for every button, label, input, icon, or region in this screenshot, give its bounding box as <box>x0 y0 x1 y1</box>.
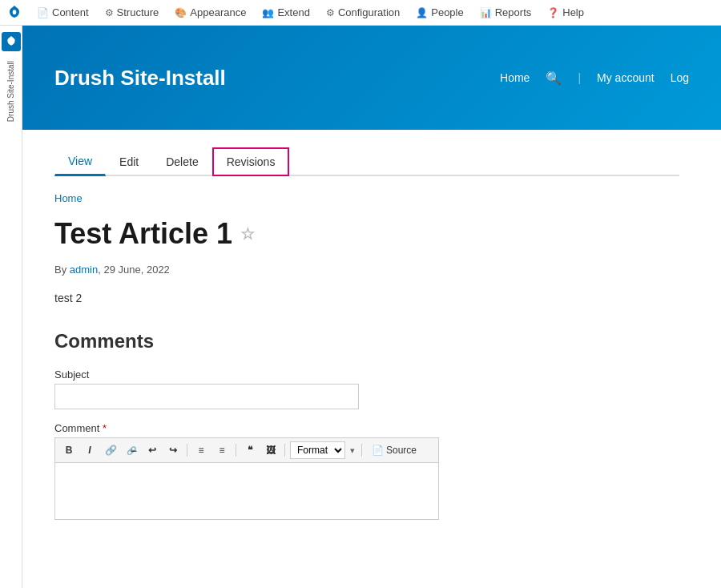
nav-log[interactable]: Log <box>671 71 689 84</box>
rte-source-btn[interactable]: 📄 Source <box>367 443 421 457</box>
side-rail-icon[interactable] <box>2 32 21 51</box>
people-icon: 👤 <box>416 7 428 18</box>
reports-icon: 📊 <box>480 7 492 18</box>
search-icon[interactable]: 🔍 <box>546 70 562 86</box>
content-area: View Edit Delete Revisions Home Test Art… <box>22 130 711 549</box>
toolbar-people[interactable]: 👤 People <box>408 0 471 26</box>
svg-point-0 <box>13 10 17 14</box>
rte-sep-4 <box>361 444 362 457</box>
rte-blockquote[interactable]: ❝ <box>241 441 259 459</box>
article-meta: By admin, 29 June, 2022 <box>54 264 679 276</box>
breadcrumb-home[interactable]: Home <box>54 192 83 204</box>
star-icon[interactable]: ☆ <box>240 224 255 244</box>
subject-field-group: Subject <box>54 369 679 409</box>
comments-section: Comments Subject Comment * B I 🔗 🔗̶ ↩ <box>54 330 679 520</box>
tab-edit[interactable]: Edit <box>106 147 152 176</box>
rte-container: B I 🔗 🔗̶ ↩ ↪ ≡ ≡ ❝ 🖼 Fo <box>54 437 439 520</box>
extend-icon: 👥 <box>262 7 274 18</box>
side-rail-site-name[interactable]: Drush Site-Install <box>6 61 15 122</box>
nav-home[interactable]: Home <box>500 71 530 84</box>
author-link[interactable]: admin <box>70 264 98 276</box>
site-name: Drush Site-Install <box>54 66 226 91</box>
tab-delete[interactable]: Delete <box>152 147 211 176</box>
nav-separator: | <box>578 71 581 84</box>
toolbar-appearance[interactable]: 🎨 Appearance <box>167 0 254 26</box>
content-icon: 📄 <box>37 7 49 18</box>
configuration-icon: ⚙ <box>326 7 335 18</box>
rte-link[interactable]: 🔗 <box>102 441 119 459</box>
toolbar-structure[interactable]: ⚙ Structure <box>97 0 167 26</box>
rte-ul[interactable]: ≡ <box>192 441 210 459</box>
rte-body[interactable] <box>55 463 438 519</box>
subject-input[interactable] <box>54 384 359 409</box>
structure-icon: ⚙ <box>105 7 114 18</box>
rte-undo[interactable]: ↩ <box>143 441 161 459</box>
rte-source-icon: 📄 <box>372 445 384 456</box>
site-header: Drush Site-Install Home 🔍 | My account L… <box>22 26 721 130</box>
rte-dropdown-arrow: ▾ <box>350 445 355 456</box>
comments-heading: Comments <box>54 330 679 352</box>
toolbar-help[interactable]: ❓ Help <box>539 0 592 26</box>
tab-view[interactable]: View <box>54 147 106 176</box>
article-title: Test Article 1 ☆ <box>54 217 679 251</box>
rte-italic[interactable]: I <box>81 441 99 459</box>
local-tabs: View Edit Delete Revisions <box>54 146 679 176</box>
side-rail: Drush Site-Install <box>0 26 22 549</box>
comment-field-group: Comment * B I 🔗 🔗̶ ↩ ↪ ≡ ≡ <box>54 422 679 520</box>
breadcrumb: Home <box>54 192 679 204</box>
rte-bold[interactable]: B <box>60 441 78 459</box>
comment-label: Comment * <box>54 422 679 434</box>
rte-redo[interactable]: ↪ <box>164 441 182 459</box>
drupal-logo[interactable] <box>6 5 22 21</box>
tab-revisions[interactable]: Revisions <box>212 147 290 176</box>
help-icon: ❓ <box>547 7 559 18</box>
rte-unlink[interactable]: 🔗̶ <box>123 441 140 459</box>
rte-sep-1 <box>187 444 187 457</box>
admin-toolbar: 📄 Content ⚙ Structure 🎨 Appearance 👥 Ext… <box>0 0 721 26</box>
toolbar-reports[interactable]: 📊 Reports <box>472 0 540 26</box>
rte-toolbar: B I 🔗 🔗̶ ↩ ↪ ≡ ≡ ❝ 🖼 Fo <box>55 438 438 463</box>
rte-ol[interactable]: ≡ <box>213 441 231 459</box>
toolbar-configuration[interactable]: ⚙ Configuration <box>318 0 408 26</box>
required-star: * <box>103 422 107 434</box>
toolbar-content[interactable]: 📄 Content <box>29 0 97 26</box>
appearance-icon: 🎨 <box>175 7 187 18</box>
page-wrapper: Drush Site-Install Home 🔍 | My account L… <box>22 26 721 549</box>
rte-format-select[interactable]: Format <box>290 441 345 459</box>
rte-sep-2 <box>236 444 236 457</box>
rte-image[interactable]: 🖼 <box>262 441 280 459</box>
toolbar-extend[interactable]: 👥 Extend <box>254 0 317 26</box>
rte-sep-3 <box>284 444 285 457</box>
subject-label: Subject <box>54 369 679 381</box>
header-nav: Home 🔍 | My account Log <box>500 70 689 86</box>
article-body: test 2 <box>54 292 679 304</box>
nav-my-account[interactable]: My account <box>597 71 655 84</box>
